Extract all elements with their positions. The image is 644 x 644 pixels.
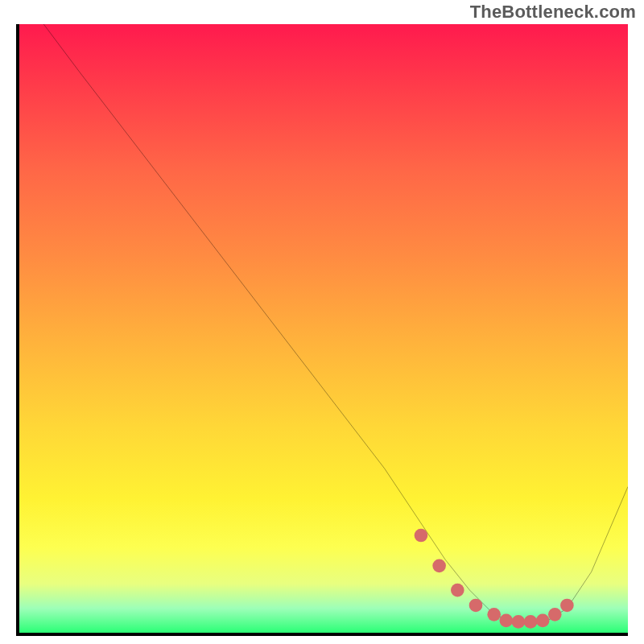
curve-path: [43, 24, 628, 624]
highlight-dot: [415, 529, 428, 543]
watermark-text: TheBottleneck.com: [470, 2, 636, 23]
highlight-dot: [560, 599, 574, 613]
highlight-dot: [548, 608, 562, 621]
highlight-dot: [451, 584, 464, 597]
highlight-dots-group: [415, 529, 574, 629]
plot-area: [16, 24, 628, 636]
chart-svg: [19, 24, 628, 633]
highlight-dot: [524, 615, 538, 629]
chart-frame: TheBottleneck.com: [0, 0, 644, 644]
highlight-dot: [512, 615, 526, 629]
highlight-dot: [536, 614, 550, 628]
highlight-dot: [499, 614, 513, 628]
highlight-dot: [487, 608, 501, 621]
highlight-dot: [432, 559, 446, 573]
highlight-dot: [469, 599, 483, 613]
